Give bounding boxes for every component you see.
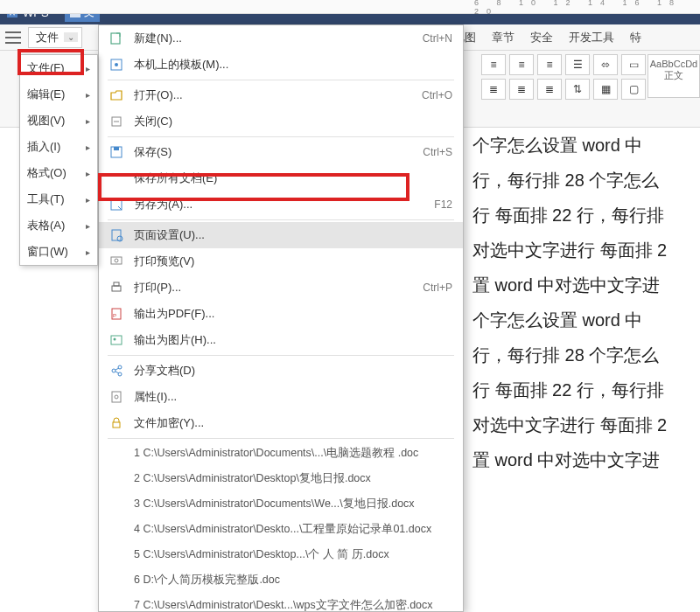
dropdown-label: 输出为图片(H)... xyxy=(134,332,452,348)
ribbon-row-2: ≣ ≣ ≣ ⇅ ▦ ▢ xyxy=(481,79,646,100)
recent-file-4[interactable]: 5 C:\Users\Administrator\Desktop...\个 人 … xyxy=(99,542,463,567)
dropdown-item-save[interactable]: 保存(S)Ctrl+S xyxy=(99,139,463,165)
style-sample: AaBbCcDd xyxy=(648,59,699,69)
doc-line: 对选中文字进行 每面排 2 xyxy=(472,233,700,268)
align-left-button[interactable]: ≡ xyxy=(481,54,506,75)
tab-security[interactable]: 安全 xyxy=(530,30,553,45)
doc-line: 行 每面排 22 行，每行排 xyxy=(472,372,700,407)
justify-button[interactable]: ≣ xyxy=(481,79,506,100)
dropdown-shortcut: Ctrl+N xyxy=(423,32,452,45)
submenu-label: 编辑(E) xyxy=(27,87,65,102)
dropdown-item-page[interactable]: 页面设置(U)... xyxy=(99,222,463,248)
share-icon xyxy=(108,364,125,378)
border-button[interactable]: ▢ xyxy=(621,79,646,100)
separator xyxy=(108,438,454,439)
style-name: 正文 xyxy=(648,69,699,82)
dropdown-item-close[interactable]: 关闭(C) xyxy=(99,108,463,135)
dropdown-label: 关闭(C) xyxy=(134,114,452,129)
open-icon xyxy=(108,88,125,102)
dropdown-item-new[interactable]: 新建(N)...Ctrl+N xyxy=(99,25,463,52)
recent-file-5[interactable]: 6 D:\个人简历模板完整版.doc xyxy=(99,567,463,593)
doc-line: 行，每行排 28 个字怎么 xyxy=(472,337,700,372)
dropdown-label: 保存(S) xyxy=(134,144,423,160)
dropdown-label: 文件加密(Y)... xyxy=(134,415,452,431)
print-icon xyxy=(108,281,125,295)
separator xyxy=(108,136,454,137)
separator xyxy=(108,355,454,356)
file-menu-label: 文件 xyxy=(36,30,59,45)
file-dropdown: 新建(N)...Ctrl+N本机上的模板(M)...打开(O)...Ctrl+O… xyxy=(98,24,464,612)
submenu-label: 工具(T) xyxy=(27,191,65,207)
submenu-label: 文件(F) xyxy=(27,60,65,76)
dropdown-item-prop[interactable]: 属性(I)... xyxy=(99,384,463,410)
dropdown-item-tpl[interactable]: 本机上的模板(M)... xyxy=(99,52,463,78)
columns-button[interactable]: ≣ xyxy=(537,79,562,100)
save-icon xyxy=(108,145,125,159)
list-button[interactable]: ☰ xyxy=(565,54,590,75)
style-normal[interactable]: AaBbCcDd 正文 xyxy=(648,54,700,98)
recent-file-2[interactable]: 3 C:\Users\Administrator\Documents\We...… xyxy=(99,491,463,517)
dropdown-shortcut: Ctrl+P xyxy=(423,282,452,294)
svg-rect-21 xyxy=(112,392,121,402)
submenu-item-3[interactable]: 插入(I)▸ xyxy=(20,134,97,160)
doc-line: 个字怎么设置 word 中 xyxy=(472,303,700,337)
align-center-button[interactable]: ≡ xyxy=(509,54,534,75)
submenu-item-6[interactable]: 表格(A)▸ xyxy=(20,212,97,239)
svg-rect-6 xyxy=(114,147,119,150)
submenu-label: 格式(O) xyxy=(27,165,66,181)
svg-rect-1 xyxy=(111,33,120,44)
dropdown-label: 分享文档(D) xyxy=(134,363,452,379)
new-icon xyxy=(108,31,125,45)
dropdown-item-lock[interactable]: 文件加密(Y)... xyxy=(99,410,463,436)
tab-chapter[interactable]: 章节 xyxy=(492,30,514,45)
bg-button[interactable]: ▭ xyxy=(621,54,646,75)
submenu-item-5[interactable]: 工具(T)▸ xyxy=(20,186,97,212)
prop-icon xyxy=(108,390,125,404)
submenu-item-2[interactable]: 视图(V)▸ xyxy=(20,108,97,134)
dropdown-shortcut: Ctrl+S xyxy=(423,146,452,158)
separator xyxy=(108,80,454,80)
tab-special[interactable]: 特 xyxy=(630,30,641,45)
recent-file-3[interactable]: 4 C:\Users\Administrator\Deskto...\工程量原始… xyxy=(99,517,463,542)
dropdown-item-print[interactable]: 打印(P)...Ctrl+P xyxy=(99,275,463,301)
shading-button[interactable]: ▦ xyxy=(593,79,618,100)
chevron-right-icon: ▸ xyxy=(86,143,90,152)
classic-menu: 文件(F)▸编辑(E)▸视图(V)▸插入(I)▸格式(O)▸工具(T)▸表格(A… xyxy=(19,54,98,266)
dropdown-item-open[interactable]: 打开(O)...Ctrl+O xyxy=(99,82,463,108)
spacing-button[interactable]: ⇅ xyxy=(565,79,590,100)
dropdown-label: 输出为PDF(F)... xyxy=(134,306,452,322)
submenu-item-0[interactable]: 文件(F)▸ xyxy=(20,55,97,81)
dropdown-item-saveas[interactable]: 另存为(A)...F12 xyxy=(99,191,463,218)
chevron-down-icon: ⌄ xyxy=(64,32,78,42)
submenu-label: 窗口(W) xyxy=(27,244,68,260)
chevron-right-icon: ▸ xyxy=(86,247,90,257)
dropdown-label: 属性(I)... xyxy=(134,389,452,405)
document-text: 个字怎么设置 word 中行，每行排 28 个字怎么行 每面排 22 行，每行排… xyxy=(472,128,700,477)
svg-point-18 xyxy=(112,369,116,372)
dropdown-item-preview[interactable]: 打印预览(V) xyxy=(99,248,463,275)
svg-rect-10 xyxy=(111,257,122,264)
svg-point-17 xyxy=(114,338,116,341)
svg-rect-13 xyxy=(114,282,119,286)
blank-icon xyxy=(108,171,125,185)
submenu-item-1[interactable]: 编辑(E)▸ xyxy=(20,81,97,108)
distribute-button[interactable]: ≣ xyxy=(509,79,534,100)
dropdown-item-2-1[interactable]: 保存所有文档(E) xyxy=(99,165,463,191)
submenu-item-4[interactable]: 格式(O)▸ xyxy=(20,160,97,186)
recent-file-1[interactable]: 2 C:\Users\Administrator\Desktop\复地日报.do… xyxy=(99,466,463,491)
dropdown-item-share[interactable]: 分享文档(D) xyxy=(99,358,463,384)
file-menu-button[interactable]: 文件 ⌄ xyxy=(28,27,82,48)
tab-devtools[interactable]: 开发工具 xyxy=(569,30,614,45)
submenu-item-7[interactable]: 窗口(W)▸ xyxy=(20,239,97,265)
align-right-button[interactable]: ≡ xyxy=(537,54,562,75)
dropdown-item-pdf[interactable]: P输出为PDF(F)... xyxy=(99,301,463,327)
chevron-right-icon: ▸ xyxy=(86,169,90,178)
hamburger-icon[interactable] xyxy=(5,31,21,44)
dropdown-item-img[interactable]: 输出为图片(H)... xyxy=(99,327,463,353)
recent-file-6[interactable]: 7 C:\Users\Administrator\Deskt...\wps文字文… xyxy=(99,593,463,612)
dropdown-label: 另存为(A)... xyxy=(134,197,434,212)
submenu-label: 插入(I) xyxy=(27,139,60,155)
ribbon-tabs: 视图 章节 安全 开发工具 特 xyxy=(453,30,641,45)
indent-button[interactable]: ⬄ xyxy=(593,54,618,75)
recent-file-0[interactable]: 1 C:\Users\Administrator\Documents\...\电… xyxy=(99,441,463,466)
